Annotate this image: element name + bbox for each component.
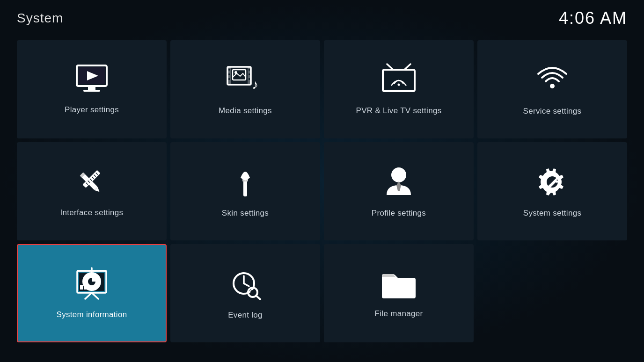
tile-empty	[477, 244, 627, 342]
tile-pvr-settings[interactable]: PVR & Live TV settings	[324, 40, 474, 138]
media-settings-label: Media settings	[219, 106, 272, 116]
tile-player-settings[interactable]: Player settings	[17, 40, 167, 138]
tile-interface-settings[interactable]: Interface settings	[17, 142, 167, 240]
system-settings-icon	[535, 165, 570, 200]
sysinfo-icon	[73, 267, 110, 302]
header: System 4:06 AM	[0, 0, 644, 36]
tile-profile-settings[interactable]: Profile settings	[324, 142, 474, 240]
tile-skin-settings[interactable]: Skin settings	[170, 142, 320, 240]
svg-point-35	[391, 167, 406, 182]
tile-system-information[interactable]: System information	[17, 244, 167, 342]
page-title: System	[17, 11, 63, 26]
interface-icon	[74, 165, 110, 200]
svg-rect-33	[243, 180, 247, 196]
svg-rect-13	[249, 78, 250, 80]
settings-grid: Player settings ♪	[0, 36, 644, 346]
skin-settings-label: Skin settings	[222, 209, 269, 218]
system-information-label: System information	[57, 310, 127, 319]
svg-rect-42	[80, 285, 83, 290]
service-icon	[535, 63, 569, 98]
svg-text:♪: ♪	[252, 77, 258, 92]
clock: 4:06 AM	[559, 8, 627, 28]
tile-service-settings[interactable]: Service settings	[477, 40, 627, 138]
svg-point-51	[250, 290, 255, 295]
tile-system-settings[interactable]: System settings	[477, 142, 627, 240]
tile-event-log[interactable]: Event log	[170, 244, 320, 342]
tile-file-manager[interactable]: File manager	[324, 244, 474, 342]
media-icon: ♪	[226, 63, 265, 98]
eventlog-icon	[228, 267, 262, 302]
svg-line-37	[85, 293, 92, 299]
file-manager-label: File manager	[375, 309, 423, 319]
player-settings-label: Player settings	[65, 105, 119, 115]
svg-rect-11	[249, 69, 250, 71]
event-log-label: Event log	[228, 311, 263, 320]
svg-rect-10	[228, 78, 230, 80]
profile-settings-label: Profile settings	[372, 209, 426, 218]
filemanager-icon	[380, 268, 417, 301]
player-icon	[73, 65, 110, 97]
svg-rect-12	[249, 73, 250, 75]
pvr-settings-label: PVR & Live TV settings	[356, 106, 442, 116]
svg-line-48	[244, 283, 249, 286]
tile-media-settings[interactable]: ♪ Media settings	[170, 40, 320, 138]
svg-point-22	[550, 84, 555, 88]
svg-rect-8	[228, 69, 230, 71]
svg-line-38	[92, 293, 98, 299]
profile-icon	[382, 165, 416, 200]
interface-settings-label: Interface settings	[60, 208, 124, 217]
skin-icon	[230, 165, 261, 200]
svg-rect-43	[84, 283, 87, 290]
system-settings-label: System settings	[523, 209, 582, 218]
svg-rect-3	[88, 86, 95, 90]
service-settings-label: Service settings	[523, 107, 582, 116]
svg-rect-9	[228, 73, 230, 75]
svg-line-50	[256, 296, 260, 299]
pvr-icon	[380, 63, 417, 98]
svg-rect-4	[83, 90, 100, 92]
svg-point-21	[398, 84, 400, 86]
